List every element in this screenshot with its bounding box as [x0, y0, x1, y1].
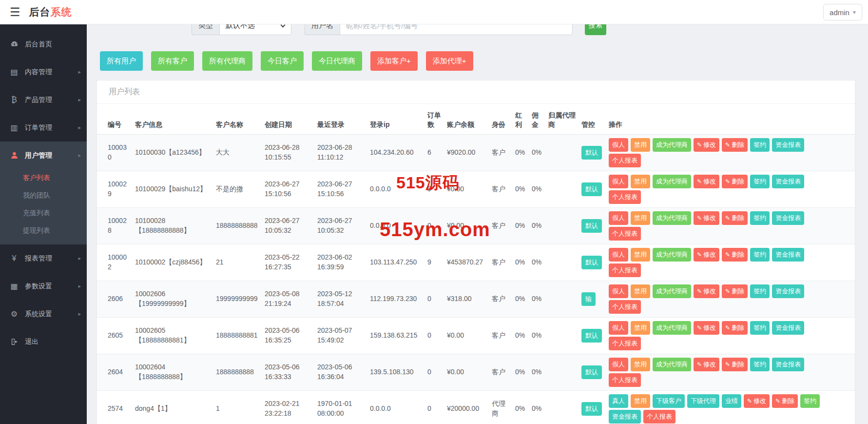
cell-agent: [545, 354, 579, 390]
delete-button[interactable]: ✎删除: [722, 175, 748, 188]
disable-button[interactable]: 禁用: [631, 248, 650, 262]
funds-report-button[interactable]: 资金报表: [772, 211, 804, 225]
fake-user-button[interactable]: 假人: [609, 358, 628, 371]
action-button-label: 资金报表: [775, 287, 801, 296]
edit-button[interactable]: ✎修改: [694, 211, 719, 225]
delete-button[interactable]: ✎删除: [722, 211, 748, 225]
sidebar-item-label: 用户管理: [25, 151, 52, 160]
all-clients-button[interactable]: 所有客户: [151, 51, 194, 71]
disable-button[interactable]: 禁用: [631, 175, 650, 188]
personal-report-button[interactable]: 个人报表: [643, 410, 675, 424]
funds-report-button[interactable]: 资金报表: [772, 321, 804, 335]
delete-button[interactable]: ✎删除: [722, 248, 748, 262]
edit-button[interactable]: ✎修改: [694, 358, 719, 371]
sub-agents-button[interactable]: 下级代理: [687, 394, 719, 408]
sub-clients-button[interactable]: 下级客户: [653, 394, 685, 408]
delete-button[interactable]: ✎删除: [722, 138, 748, 152]
become-agent-button[interactable]: 成为代理商: [653, 175, 691, 188]
disable-button[interactable]: 禁用: [631, 358, 650, 371]
disable-button[interactable]: 禁用: [631, 394, 650, 408]
control-badge[interactable]: 默认: [581, 182, 602, 196]
fake-user-button[interactable]: 假人: [609, 138, 628, 152]
become-agent-button[interactable]: 成为代理商: [653, 138, 691, 152]
control-badge[interactable]: 输: [581, 292, 596, 306]
sign-button[interactable]: 签约: [750, 138, 770, 152]
become-agent-button[interactable]: 成为代理商: [653, 248, 691, 262]
personal-report-button[interactable]: 个人报表: [609, 337, 641, 350]
control-badge[interactable]: 默认: [581, 329, 602, 343]
real-user-button[interactable]: 真人: [609, 394, 628, 408]
funds-report-button[interactable]: 资金报表: [772, 175, 804, 188]
disable-button[interactable]: 禁用: [631, 138, 650, 152]
sign-button[interactable]: 签约: [750, 175, 770, 188]
funds-report-button[interactable]: 资金报表: [772, 284, 804, 298]
sign-button[interactable]: 签约: [750, 321, 770, 335]
become-agent-button[interactable]: 成为代理商: [653, 284, 691, 298]
performance-button[interactable]: 业绩: [722, 394, 741, 408]
sidebar-item-dashboard[interactable]: 后台首页: [0, 30, 87, 58]
delete-button[interactable]: ✎删除: [772, 394, 798, 408]
action-button-label: 禁用: [634, 287, 647, 296]
delete-button[interactable]: ✎删除: [722, 321, 748, 335]
sidebar-item-settings[interactable]: ⚙系统设置▸: [0, 300, 87, 328]
funds-report-button[interactable]: 资金报表: [772, 358, 804, 371]
sign-button[interactable]: 签约: [800, 394, 820, 408]
sign-button[interactable]: 签约: [750, 211, 770, 225]
control-badge[interactable]: 默认: [581, 146, 602, 160]
funds-report-button[interactable]: 资金报表: [772, 248, 804, 262]
sidebar-item-params[interactable]: ▦参数设置▸: [0, 272, 87, 300]
become-agent-button[interactable]: 成为代理商: [653, 211, 691, 225]
fake-user-button[interactable]: 假人: [609, 284, 628, 298]
sign-button[interactable]: 签约: [750, 284, 770, 298]
delete-button[interactable]: ✎删除: [722, 284, 748, 298]
delete-button[interactable]: ✎删除: [722, 358, 748, 371]
control-badge[interactable]: 默认: [581, 219, 602, 233]
become-agent-button[interactable]: 成为代理商: [653, 358, 691, 371]
fake-user-button[interactable]: 假人: [609, 175, 628, 188]
today-agents-button[interactable]: 今日代理商: [312, 51, 362, 71]
personal-report-button[interactable]: 个人报表: [609, 300, 641, 314]
add-client-button[interactable]: 添加客户+: [370, 51, 418, 71]
become-agent-button[interactable]: 成为代理商: [653, 321, 691, 335]
user-menu[interactable]: admin ▾: [823, 4, 862, 20]
edit-button[interactable]: ✎修改: [694, 321, 719, 335]
sidebar-item-my-team[interactable]: 我的团队: [0, 187, 87, 204]
sidebar-item-orders[interactable]: ▥订单管理▸: [0, 114, 87, 141]
sidebar-item-withdraw-list[interactable]: 提现列表: [0, 222, 87, 240]
add-agent-button[interactable]: 添加代理+: [426, 51, 473, 71]
sign-button[interactable]: 签约: [750, 358, 770, 371]
disable-button[interactable]: 禁用: [631, 284, 650, 298]
sidebar-item-products[interactable]: ₿产品管理▸: [0, 86, 87, 114]
all-agents-button[interactable]: 所有代理商: [202, 51, 252, 71]
control-badge[interactable]: 默认: [581, 365, 602, 379]
sign-button[interactable]: 签约: [750, 248, 770, 262]
edit-button[interactable]: ✎修改: [694, 138, 719, 152]
control-badge[interactable]: 默认: [581, 402, 602, 416]
sidebar-item-content[interactable]: ▤内容管理▸: [0, 58, 87, 86]
sidebar-item-users[interactable]: 用户管理▸: [0, 141, 87, 169]
disable-button[interactable]: 禁用: [631, 321, 650, 335]
today-clients-button[interactable]: 今日客户: [261, 51, 304, 71]
control-badge[interactable]: 默认: [581, 256, 602, 269]
edit-button[interactable]: ✎修改: [694, 175, 719, 188]
edit-button[interactable]: ✎修改: [694, 248, 719, 262]
funds-report-button[interactable]: 资金报表: [609, 410, 641, 424]
fake-user-button[interactable]: 假人: [609, 248, 628, 262]
sidebar-item-client-list[interactable]: 客户列表: [0, 169, 87, 187]
sidebar-item-recharge-list[interactable]: 充值列表: [0, 204, 87, 222]
sidebar-item-logout[interactable]: 退出: [0, 328, 87, 356]
all-users-button[interactable]: 所有用户: [100, 51, 143, 71]
personal-report-button[interactable]: 个人报表: [609, 227, 641, 241]
sidebar-item-reports[interactable]: ¥报表管理▸: [0, 244, 87, 272]
personal-report-button[interactable]: 个人报表: [609, 154, 641, 167]
personal-report-button[interactable]: 个人报表: [609, 190, 641, 204]
fake-user-button[interactable]: 假人: [609, 321, 628, 335]
menu-toggle-icon[interactable]: ☰: [10, 6, 20, 18]
personal-report-button[interactable]: 个人报表: [609, 373, 641, 387]
personal-report-button[interactable]: 个人报表: [609, 263, 641, 277]
edit-button[interactable]: ✎修改: [694, 284, 719, 298]
funds-report-button[interactable]: 资金报表: [772, 138, 804, 152]
edit-button[interactable]: ✎修改: [744, 394, 770, 408]
fake-user-button[interactable]: 假人: [609, 211, 628, 225]
disable-button[interactable]: 禁用: [631, 211, 650, 225]
